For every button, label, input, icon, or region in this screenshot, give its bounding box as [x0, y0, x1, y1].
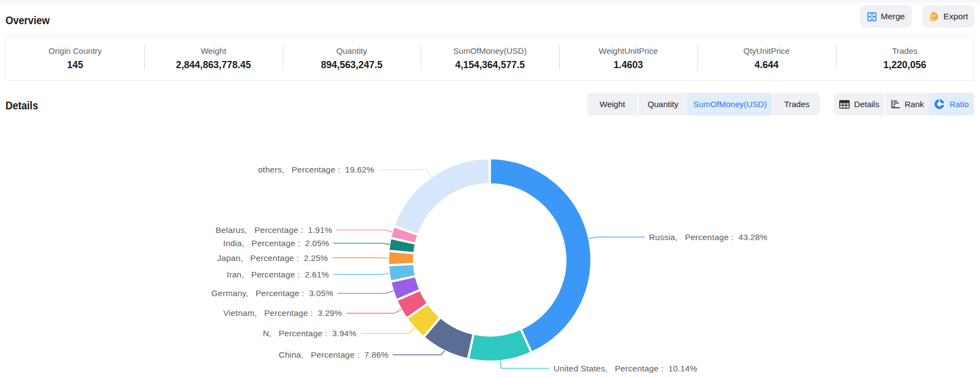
svg-text:China, Percentage : 7.86%: China, Percentage : 7.86% [279, 350, 389, 359]
svg-text:Germany, Percentage : 3.05%: Germany, Percentage : 3.05% [211, 288, 333, 298]
svg-text:United States, Percentage :: United States, Percentage : 10.14% [554, 364, 698, 373]
svg-text:India, Percentage : 2.05%: India, Percentage : 2.05% [223, 238, 329, 248]
svg-text:Russia, Percentage : 43.28%: Russia, Percentage : 43.28% [649, 232, 767, 242]
svg-text:N, Percentage : 3.94%: N, Percentage : 3.94% [263, 329, 356, 338]
svg-text:Iran, Percentage : 2.61%: Iran, Percentage : 2.61% [227, 270, 329, 279]
svg-text:Vietnam, Percentage : 3.29%: Vietnam, Percentage : 3.29% [223, 308, 342, 318]
svg-text:Japan, Percentage : 2.25%: Japan, Percentage : 2.25% [217, 253, 328, 263]
svg-text:others, Percentage : 19.62%: others, Percentage : 19.62% [258, 165, 374, 174]
svg-text:Belarus, Percentage : 1.91%: Belarus, Percentage : 1.91% [216, 225, 332, 235]
